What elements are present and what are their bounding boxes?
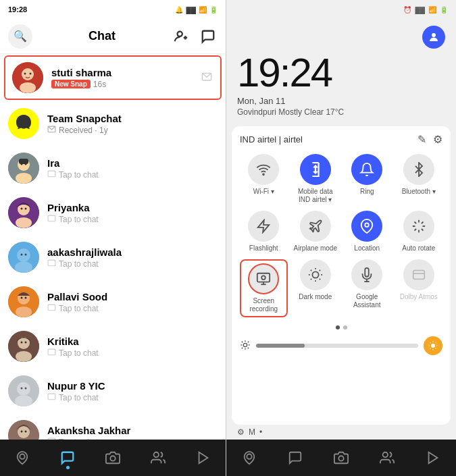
qs-tile-location[interactable]: Location bbox=[343, 211, 391, 253]
mobile-data-icon bbox=[300, 154, 331, 185]
avatar-stuti bbox=[12, 62, 43, 93]
stories-button[interactable] bbox=[199, 27, 218, 46]
nav-chat-right[interactable] bbox=[288, 450, 303, 465]
darkmode-icon bbox=[300, 259, 331, 290]
kritika-info: Kritika Tap to chat bbox=[47, 336, 218, 358]
bottom-status-right: ⚙ M • bbox=[226, 425, 456, 440]
svg-point-55 bbox=[110, 456, 115, 460]
search-button[interactable]: 🔍 bbox=[8, 24, 32, 49]
date-display: Mon, Jan 11 bbox=[237, 96, 445, 106]
chat-item-snapchat[interactable]: Team Snapchat Received · 1y bbox=[0, 101, 226, 146]
nav-friends[interactable] bbox=[151, 450, 166, 465]
qs-tile-bluetooth[interactable]: Bluetooth ▾ bbox=[395, 154, 443, 204]
qs-edit-icon[interactable]: ✎ bbox=[417, 133, 426, 146]
qs-tile-assistant[interactable]: GoogleAssistant bbox=[343, 259, 391, 317]
qs-tile-flashlight[interactable]: Flashlight bbox=[240, 211, 288, 253]
svg-point-4 bbox=[22, 68, 34, 80]
avatar-aakash bbox=[8, 242, 39, 273]
svg-point-99 bbox=[338, 456, 343, 460]
nav-camera[interactable] bbox=[105, 450, 120, 465]
svg-point-5 bbox=[20, 82, 36, 93]
svg-rect-29 bbox=[48, 260, 55, 266]
chat-item-aakash[interactable]: aakashrajliwala Tap to chat bbox=[0, 235, 226, 280]
brightness-high-icon[interactable] bbox=[424, 336, 442, 355]
svg-line-96 bbox=[430, 348, 430, 349]
qs-tile-wifi[interactable]: Wi-Fi ▾ bbox=[240, 154, 288, 204]
chat-item-priyanka[interactable]: Priyanka Tap to chat bbox=[0, 190, 226, 235]
svg-point-0 bbox=[178, 31, 182, 36]
svg-rect-35 bbox=[48, 305, 55, 311]
nav-stories-right[interactable] bbox=[426, 450, 440, 465]
airplane-label: Airplane mode bbox=[294, 244, 337, 253]
qs-tile-screenrecord[interactable]: Screenrecording bbox=[240, 259, 288, 317]
svg-point-44 bbox=[21, 388, 23, 390]
nupur-sub: Tap to chat bbox=[47, 393, 218, 402]
chat-item-kritika[interactable]: Kritika Tap to chat bbox=[0, 324, 226, 369]
ira-info: Ira Tap to chat bbox=[47, 157, 218, 180]
ira-name: Ira bbox=[47, 157, 218, 169]
svg-point-27 bbox=[25, 254, 27, 256]
qs-tile-autorotate[interactable]: Auto rotate bbox=[395, 211, 443, 253]
qs-tile-darkmode[interactable]: Dark mode bbox=[292, 259, 340, 317]
nav-map-right[interactable] bbox=[242, 450, 257, 465]
dolby-icon bbox=[403, 259, 434, 290]
avatar-ira bbox=[8, 153, 39, 184]
priyanka-sub: Tap to chat bbox=[47, 215, 218, 224]
nav-chat[interactable] bbox=[60, 450, 75, 465]
qs-tile-mobile-data[interactable]: Mobile dataIND airtel ▾ bbox=[292, 154, 340, 204]
brightness-slider[interactable] bbox=[256, 344, 418, 348]
priyanka-info: Priyanka Tap to chat bbox=[47, 202, 218, 224]
dot-1 bbox=[336, 325, 340, 329]
snapchat-name: Team Snapchat bbox=[47, 113, 218, 124]
chat-item-ira[interactable]: Ira Tap to chat bbox=[0, 146, 226, 190]
kritika-sub: Tap to chat bbox=[47, 348, 218, 358]
autorotate-label: Auto rotate bbox=[402, 244, 435, 253]
status-bar-left: 19:28 🔔 ▓▓ 📶 🔋 bbox=[0, 0, 226, 19]
chat-list: stuti sharma New Snap 16s bbox=[0, 54, 226, 440]
nupur-name: Nupur 8 YIC bbox=[47, 380, 218, 392]
avatar-priyanka bbox=[8, 197, 39, 228]
nav-camera-right[interactable] bbox=[334, 450, 349, 465]
svg-point-64 bbox=[262, 275, 266, 280]
airplane-icon bbox=[300, 211, 331, 242]
chat-item-akanksha[interactable]: Akanksha Jakhar Tap to chat bbox=[0, 413, 226, 440]
svg-point-50 bbox=[21, 431, 23, 433]
nav-stories[interactable] bbox=[196, 450, 211, 465]
qs-page-dots bbox=[240, 325, 442, 329]
nav-map[interactable] bbox=[15, 450, 30, 465]
svg-line-97 bbox=[436, 342, 436, 343]
akanksha-sub: Tap to chat bbox=[47, 438, 218, 440]
chat-item-pallavi[interactable]: Pallavi Sood Tap to chat bbox=[0, 280, 226, 324]
svg-point-7 bbox=[30, 73, 32, 75]
svg-point-6 bbox=[24, 73, 26, 75]
location-label: Location bbox=[354, 244, 380, 253]
chat-item-nupur[interactable]: Nupur 8 YIC Tap to chat bbox=[0, 369, 226, 413]
svg-point-89 bbox=[431, 344, 435, 348]
nav-friends-right[interactable] bbox=[380, 450, 395, 465]
dolby-label: Dolby Atmos bbox=[400, 293, 438, 301]
brightness-fill bbox=[256, 344, 305, 348]
snapchat-info: Team Snapchat Received · 1y bbox=[47, 113, 218, 135]
right-phone: ⏰ ▓▓ 📶 🔋 19:24 Mon, Jan 11 Govindpuri Mo… bbox=[226, 0, 456, 476]
add-friend-button[interactable] bbox=[172, 27, 191, 46]
qs-settings-icon[interactable]: ⚙ bbox=[433, 133, 442, 146]
svg-point-80 bbox=[243, 343, 247, 346]
pallavi-sub: Tap to chat bbox=[47, 304, 218, 313]
nav-chat-dot bbox=[66, 466, 70, 469]
svg-marker-101 bbox=[429, 452, 438, 464]
user-profile-icon[interactable] bbox=[422, 26, 445, 49]
svg-point-21 bbox=[25, 208, 27, 210]
darkmode-label: Dark mode bbox=[299, 293, 332, 301]
svg-line-93 bbox=[436, 348, 436, 349]
svg-point-34 bbox=[16, 307, 32, 317]
svg-point-16 bbox=[16, 173, 32, 184]
qs-tile-ring[interactable]: Ring bbox=[343, 154, 391, 204]
qs-tile-dolby[interactable]: Dolby Atmos bbox=[395, 259, 443, 317]
location-icon bbox=[351, 211, 382, 242]
chat-item-stuti[interactable]: stuti sharma New Snap 16s bbox=[4, 55, 222, 100]
svg-point-45 bbox=[25, 388, 27, 390]
svg-line-88 bbox=[248, 341, 249, 342]
header-actions bbox=[172, 27, 218, 46]
qs-tile-airplane[interactable]: Airplane mode bbox=[292, 211, 340, 253]
ring-icon bbox=[351, 154, 382, 185]
